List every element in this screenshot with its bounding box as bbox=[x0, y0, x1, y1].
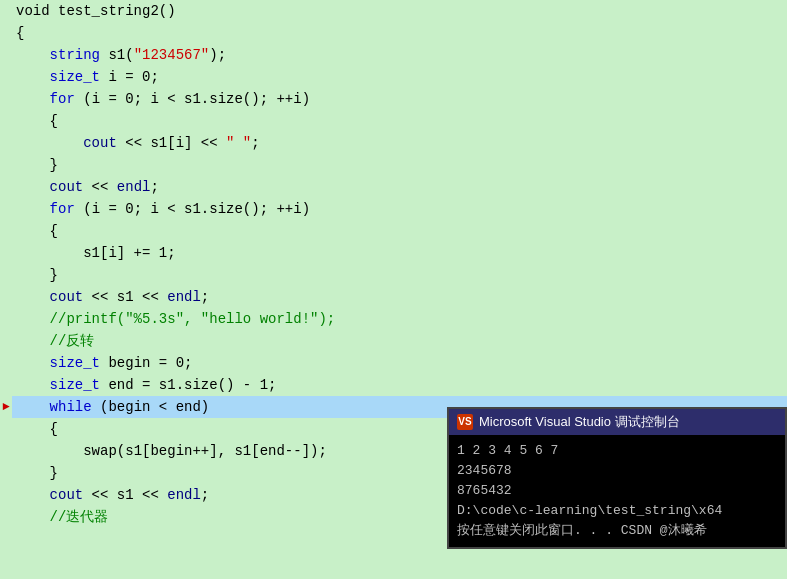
code-line-0: void test_string2() bbox=[0, 0, 787, 22]
editor-area: void test_string2(){ string s1("1234567"… bbox=[0, 0, 787, 579]
code-line-2: string s1("1234567"); bbox=[0, 44, 787, 66]
console-title: Microsoft Visual Studio 调试控制台 bbox=[479, 413, 680, 431]
code-text-3: size_t i = 0; bbox=[12, 66, 787, 88]
code-line-13: cout << s1 << endl; bbox=[0, 286, 787, 308]
code-line-6: cout << s1[i] << " "; bbox=[0, 132, 787, 154]
code-text-6: cout << s1[i] << " "; bbox=[12, 132, 787, 154]
console-line-0: 1 2 3 4 5 6 7 bbox=[457, 441, 777, 461]
console-line-5: 按任意键关闭此窗口. . . CSDN @沐曦希 bbox=[457, 521, 777, 541]
current-line-arrow: ► bbox=[2, 396, 9, 418]
code-line-1: { bbox=[0, 22, 787, 44]
code-text-12: } bbox=[12, 264, 787, 286]
code-text-11: s1[i] += 1; bbox=[12, 242, 787, 264]
line-gutter-18: ► bbox=[0, 396, 12, 418]
code-text-15: //反转 bbox=[12, 330, 787, 352]
code-line-11: s1[i] += 1; bbox=[0, 242, 787, 264]
console-line-1: 2345678 bbox=[457, 461, 777, 481]
code-text-5: { bbox=[12, 110, 787, 132]
code-text-9: for (i = 0; i < s1.size(); ++i) bbox=[12, 198, 787, 220]
code-text-14: //printf("%5.3s", "hello world!"); bbox=[12, 308, 787, 330]
vs-icon: VS bbox=[457, 414, 473, 430]
code-line-7: } bbox=[0, 154, 787, 176]
code-line-14: //printf("%5.3s", "hello world!"); bbox=[0, 308, 787, 330]
code-line-10: { bbox=[0, 220, 787, 242]
console-titlebar: VS Microsoft Visual Studio 调试控制台 bbox=[449, 409, 785, 435]
code-text-10: { bbox=[12, 220, 787, 242]
code-line-9: for (i = 0; i < s1.size(); ++i) bbox=[0, 198, 787, 220]
code-line-5: { bbox=[0, 110, 787, 132]
code-text-7: } bbox=[12, 154, 787, 176]
code-line-8: cout << endl; bbox=[0, 176, 787, 198]
code-text-13: cout << s1 << endl; bbox=[12, 286, 787, 308]
code-line-16: size_t begin = 0; bbox=[0, 352, 787, 374]
code-line-17: size_t end = s1.size() - 1; bbox=[0, 374, 787, 396]
code-text-16: size_t begin = 0; bbox=[12, 352, 787, 374]
console-line-2: 8765432 bbox=[457, 481, 777, 501]
code-text-8: cout << endl; bbox=[12, 176, 787, 198]
console-overlay: VS Microsoft Visual Studio 调试控制台 1 2 3 4… bbox=[447, 407, 787, 549]
code-text-1: { bbox=[12, 22, 787, 44]
console-line-4: D:\code\c-learning\test_string\x64 bbox=[457, 501, 777, 521]
code-line-15: //反转 bbox=[0, 330, 787, 352]
code-text-2: string s1("1234567"); bbox=[12, 44, 787, 66]
code-line-4: for (i = 0; i < s1.size(); ++i) bbox=[0, 88, 787, 110]
code-text-17: size_t end = s1.size() - 1; bbox=[12, 374, 787, 396]
console-body: 1 2 3 4 5 6 723456788765432D:\code\c-lea… bbox=[449, 435, 785, 547]
code-line-12: } bbox=[0, 264, 787, 286]
code-line-3: size_t i = 0; bbox=[0, 66, 787, 88]
code-text-0: void test_string2() bbox=[12, 0, 787, 22]
code-text-4: for (i = 0; i < s1.size(); ++i) bbox=[12, 88, 787, 110]
